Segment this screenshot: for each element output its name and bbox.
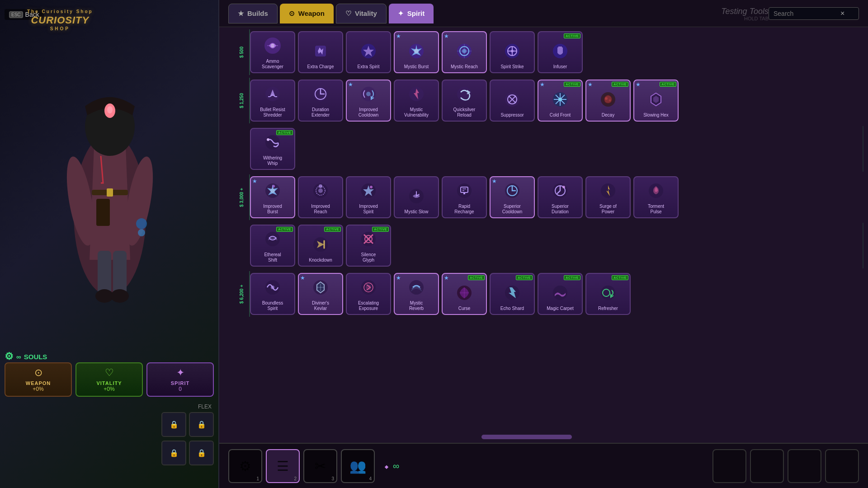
item-superior-cooldown[interactable]: ★ SuperiorCooldown bbox=[490, 176, 535, 218]
item-extra-charge[interactable]: Extra Charge bbox=[298, 31, 343, 73]
item-improved-spirit[interactable]: ImprovedSpirit bbox=[346, 176, 391, 218]
build-slot-3[interactable]: ✂ 3 bbox=[303, 449, 337, 483]
character-display bbox=[0, 45, 219, 316]
tier-6200-items: BoundlessSpirit ★ Diviner'sKevlar Escala… bbox=[250, 271, 863, 317]
item-slowing-hex[interactable]: ★ ACTIVE Slowing Hex bbox=[633, 80, 679, 122]
mystic-reach-star: ★ bbox=[444, 33, 449, 39]
item-knockdown[interactable]: ACTIVE Knockdown bbox=[298, 225, 343, 267]
infuser-icon bbox=[549, 40, 571, 62]
item-quicksilver-reload[interactable]: QuicksilverReload bbox=[442, 80, 487, 122]
item-withering-whip[interactable]: ACTIVE WitheringWhip bbox=[250, 128, 295, 170]
item-mystic-burst[interactable]: ★ Mystic Burst bbox=[394, 31, 439, 73]
svg-rect-10 bbox=[96, 199, 110, 226]
left-panel: ESC Back The Curiosity Shop CURIOSITY SH… bbox=[0, 0, 219, 488]
item-torment-pulse[interactable]: TormentPulse bbox=[633, 176, 679, 218]
item-ethereal-shift[interactable]: ACTIVE EtherealShift bbox=[250, 225, 295, 267]
items-area[interactable]: $ 500 AmmoScavenger Extra Charge bbox=[219, 27, 868, 443]
escalating-exposure-label: EscalatingExposure bbox=[358, 300, 379, 311]
extra-charge-icon bbox=[309, 40, 332, 62]
item-mystic-reverb[interactable]: ★ MysticReverb bbox=[394, 273, 439, 315]
cold-front-active-badge: ACTIVE bbox=[564, 82, 580, 87]
build-slot-4[interactable]: 👥 4 bbox=[341, 449, 375, 483]
builds-label: Builds bbox=[247, 9, 268, 17]
item-rapid-recharge[interactable]: RapidRecharge bbox=[442, 176, 487, 218]
vitality-value: +0% bbox=[80, 386, 138, 392]
build-slot-2[interactable]: ☰ 2 bbox=[266, 449, 300, 483]
improved-cooldown-star: ★ bbox=[348, 81, 353, 88]
diviners-kevlar-icon bbox=[309, 276, 332, 299]
weapon-tab-label: Weapon bbox=[298, 9, 325, 17]
item-magic-carpet[interactable]: ACTIVE Magic Carpet bbox=[538, 273, 583, 315]
tab-spirit[interactable]: ✦ Spirit bbox=[389, 4, 434, 23]
item-mystic-slow[interactable]: Mystic Slow bbox=[394, 176, 439, 218]
item-extra-spirit[interactable]: Extra Spirit bbox=[346, 31, 391, 73]
boundless-spirit-icon bbox=[261, 276, 284, 299]
svg-point-14 bbox=[111, 289, 129, 303]
item-mystic-vulnerability[interactable]: MysticVulnerability bbox=[394, 80, 439, 122]
tab-builds[interactable]: ★ Builds bbox=[228, 4, 278, 23]
vitality-stat: ♡ VITALITY +0% bbox=[75, 362, 143, 397]
build-slot-1[interactable]: ⚙ 1 bbox=[228, 449, 262, 483]
search-input[interactable] bbox=[774, 10, 837, 17]
item-surge-of-power[interactable]: Surge ofPower bbox=[585, 176, 631, 218]
svg-point-77 bbox=[271, 286, 274, 289]
svg-point-67 bbox=[562, 186, 565, 188]
item-ammo-scavenger[interactable]: AmmoScavenger bbox=[250, 31, 295, 73]
spirit-strike-icon bbox=[501, 40, 524, 62]
build-slot-2-num: 2 bbox=[294, 476, 297, 481]
item-curse[interactable]: ★ ACTIVE Curse bbox=[442, 273, 487, 315]
item-cold-front[interactable]: ★ ACTIVE Cold Front bbox=[538, 80, 583, 122]
surge-of-power-icon bbox=[597, 179, 619, 202]
ethereal-shift-label: EtherealShift bbox=[264, 252, 281, 263]
spirit-label: SPIRIT bbox=[151, 380, 209, 386]
item-suppressor[interactable]: Suppressor bbox=[490, 80, 535, 122]
extra-spirit-label: Extra Spirit bbox=[358, 64, 380, 70]
item-infuser[interactable]: ACTIVE Infuser bbox=[538, 31, 583, 73]
item-echo-shard[interactable]: ACTIVE Echo Shard bbox=[490, 273, 535, 315]
echo-shard-label: Echo Shard bbox=[500, 306, 524, 311]
mystic-vulnerability-icon bbox=[405, 83, 428, 105]
tier-3000-label: $ 3,000 + bbox=[233, 174, 250, 220]
tab-vitality[interactable]: ♡ Vitality bbox=[336, 4, 387, 23]
improved-spirit-label: ImprovedSpirit bbox=[359, 204, 378, 215]
lock-2: 🔒 bbox=[197, 420, 206, 429]
mystic-slow-icon bbox=[405, 185, 428, 207]
bullet-resist-icon bbox=[261, 83, 284, 105]
item-bullet-resist-shredder[interactable]: Bullet ResistShredder bbox=[250, 80, 295, 122]
magic-carpet-icon bbox=[549, 282, 571, 304]
item-boundless-spirit[interactable]: BoundlessSpirit bbox=[250, 273, 295, 315]
withering-whip-icon bbox=[261, 131, 284, 154]
item-refresher[interactable]: ACTIVE Refresher bbox=[585, 273, 631, 315]
superior-cooldown-label: SuperiorCooldown bbox=[502, 204, 522, 215]
spirit-strike-label: Spirit Strike bbox=[500, 64, 524, 70]
top-bar: ★ Builds ⊙ Weapon ♡ Vitality ✦ Spirit Te… bbox=[219, 0, 868, 27]
lock-1: 🔒 bbox=[170, 420, 179, 429]
item-mystic-reach[interactable]: ★ Mystic Reach bbox=[442, 31, 487, 73]
item-improved-reach[interactable]: ImprovedReach bbox=[298, 176, 343, 218]
item-escalating-exposure[interactable]: EscalatingExposure bbox=[346, 273, 391, 315]
weapon-label: WEAPON bbox=[9, 380, 67, 386]
slowing-hex-star: ★ bbox=[636, 81, 641, 88]
tier-1250-label2 bbox=[233, 126, 250, 172]
right-slot-3 bbox=[788, 449, 821, 483]
improved-reach-icon bbox=[309, 179, 332, 202]
item-improved-cooldown[interactable]: ★ ImprovedCooldown bbox=[346, 80, 391, 122]
item-silence-glyph[interactable]: ACTIVE SilenceGlyph bbox=[346, 225, 391, 267]
torment-pulse-icon bbox=[645, 179, 667, 202]
slowing-hex-icon bbox=[645, 88, 667, 111]
bottom-symbols: ⬥ ∞ bbox=[384, 461, 399, 471]
item-duration-extender[interactable]: DurationExtender bbox=[298, 80, 343, 122]
vitality-label: VITALITY bbox=[80, 380, 138, 386]
silence-glyph-label: SilenceGlyph bbox=[361, 252, 376, 263]
improved-burst-icon bbox=[261, 179, 284, 202]
svg-rect-7 bbox=[107, 188, 113, 197]
item-superior-duration[interactable]: SuperiorDuration bbox=[538, 176, 583, 218]
character-silhouette bbox=[31, 56, 189, 305]
knockdown-label: Knockdown bbox=[309, 258, 332, 263]
item-decay[interactable]: ★ ACTIVE Decay bbox=[585, 80, 631, 122]
item-spirit-strike[interactable]: Spirit Strike bbox=[490, 31, 535, 73]
search-close-button[interactable]: × bbox=[840, 9, 844, 18]
tab-weapon[interactable]: ⊙ Weapon bbox=[280, 4, 334, 23]
item-improved-burst[interactable]: ★ ImprovedBurst bbox=[250, 176, 295, 218]
item-diviners-kevlar[interactable]: ★ Diviner'sKevlar bbox=[298, 273, 343, 315]
